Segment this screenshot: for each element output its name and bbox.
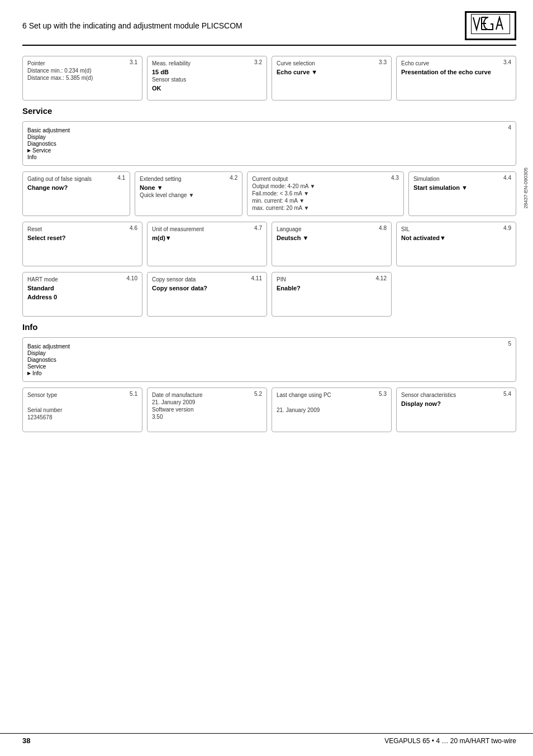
reset-value[interactable]: Select reset? bbox=[27, 235, 137, 241]
echo-curve-number: 3.4 bbox=[503, 59, 511, 65]
sil-number: 4.9 bbox=[503, 225, 511, 231]
simulation-label: Simulation bbox=[413, 176, 440, 182]
sensor-characteristics-value[interactable]: Display now? bbox=[401, 400, 511, 407]
extended-setting-value[interactable]: None ▼ bbox=[140, 184, 237, 191]
unit-measurement-value[interactable]: m(d)▼ bbox=[152, 235, 262, 241]
meas-reliability-number: 3.2 bbox=[254, 59, 262, 65]
curve-selection-label: Curve selection bbox=[277, 60, 315, 66]
page-footer: 38 VEGAPULS 65 • 4 … 20 mA/HART two-wire bbox=[0, 733, 533, 745]
extended-setting-label: Extended setting bbox=[140, 176, 182, 182]
curve-selection-value[interactable]: Echo curve ▼ bbox=[277, 69, 387, 75]
echo-curve-label: Echo curve bbox=[401, 60, 429, 66]
service-menu-list: Basic adjustment Display Diagnostics Ser… bbox=[27, 127, 511, 160]
curve-selection-number: 3.3 bbox=[379, 59, 387, 65]
meas-reliability-label: Meas. reliability bbox=[152, 60, 191, 66]
service-menu-number: 4 bbox=[508, 125, 511, 131]
page-title: 6 Set up with the indicating and adjustm… bbox=[22, 21, 242, 30]
software-version-value: 3.50 bbox=[152, 414, 262, 420]
max-current[interactable]: max. current: 20 mA ▼ bbox=[252, 205, 399, 211]
current-output-label: Current output bbox=[252, 176, 288, 182]
meas-reliability-box: Meas. reliability 3.2 15 dB Sensor statu… bbox=[147, 56, 267, 101]
service-heading: Service bbox=[22, 106, 516, 116]
menu-info[interactable]: Info bbox=[27, 154, 511, 160]
meas-reliability-value: 15 dB bbox=[152, 69, 262, 75]
sil-value[interactable]: Not activated▼ bbox=[401, 235, 511, 241]
info-menu-number: 5 bbox=[508, 341, 511, 347]
hart-mode-address: Address 0 bbox=[27, 294, 137, 300]
pointer-box: Pointer 3.1 Distance min.: 0.234 m(d) Di… bbox=[22, 56, 142, 101]
echo-curve-box: Echo curve 3.4 Presentation of the echo … bbox=[396, 56, 516, 101]
info-menu-basic-adjustment[interactable]: Basic adjustment bbox=[27, 343, 511, 350]
pointer-distance-min: Distance min.: 0.234 m(d) bbox=[27, 68, 137, 74]
copy-sensor-box: Copy sensor data 4.11 Copy sensor data? bbox=[147, 272, 267, 317]
sensor-type-number: 5.1 bbox=[130, 391, 137, 397]
language-number: 4.8 bbox=[379, 225, 387, 231]
menu-display[interactable]: Display bbox=[27, 134, 511, 140]
unit-measurement-label: Unit of measurement bbox=[152, 226, 204, 232]
sensor-type-label: Sensor type bbox=[27, 392, 57, 398]
reset-label: Reset bbox=[27, 226, 42, 232]
current-output-box: Current output 4.3 Output mode: 4-20 mA … bbox=[247, 171, 404, 216]
pointer-distance-max: Distance max.: 5.385 m(d) bbox=[27, 75, 137, 81]
fail-mode[interactable]: Fail.mode: < 3.6 mA ▼ bbox=[252, 190, 399, 197]
sensor-status-label: Sensor status bbox=[152, 76, 262, 83]
copy-sensor-number: 4.11 bbox=[251, 275, 262, 281]
last-change-box: Last change using PC 5.3 21. January 200… bbox=[272, 387, 392, 432]
info-menu-row: 5 Basic adjustment Display Diagnostics S… bbox=[22, 337, 516, 382]
sensor-characteristics-box: Sensor characteristics 5.4 Display now? bbox=[396, 387, 516, 432]
info-menu-diagnostics[interactable]: Diagnostics bbox=[27, 357, 511, 363]
reset-box: Reset 4.6 Select reset? bbox=[22, 222, 142, 266]
date-manufacture-number: 5.2 bbox=[254, 391, 262, 397]
sensor-characteristics-label: Sensor characteristics bbox=[401, 392, 456, 398]
pin-value[interactable]: Enable? bbox=[277, 285, 387, 291]
extended-setting-number: 4.2 bbox=[230, 175, 237, 181]
hart-mode-value[interactable]: Standard bbox=[27, 285, 137, 291]
menu-service[interactable]: Service bbox=[27, 147, 511, 154]
service-row-3: HART mode 4.10 Standard Address 0 Copy s… bbox=[22, 272, 516, 317]
service-menu-box: 4 Basic adjustment Display Diagnostics S… bbox=[22, 121, 516, 166]
pin-number: 4.12 bbox=[376, 275, 387, 281]
serial-number-label: Serial number bbox=[27, 407, 137, 413]
date-manufacture-box: Date of manufacture 5.2 21. January 2009… bbox=[147, 387, 267, 432]
date-manufacture-value: 21. January 2009 bbox=[152, 399, 262, 405]
service-menu-row: 4 Basic adjustment Display Diagnostics S… bbox=[22, 121, 516, 166]
copy-sensor-label: Copy sensor data bbox=[152, 276, 196, 283]
info-menu-info[interactable]: Info bbox=[27, 370, 511, 376]
menu-diagnostics[interactable]: Diagnostics bbox=[27, 141, 511, 147]
gating-label: Gating out of false signals bbox=[27, 176, 92, 182]
output-mode[interactable]: Output mode: 4-20 mA ▼ bbox=[252, 183, 399, 189]
language-box: Language 4.8 Deutsch ▼ bbox=[272, 222, 392, 266]
last-change-number: 5.3 bbox=[379, 391, 387, 397]
extended-setting-sub[interactable]: Quick level change ▼ bbox=[140, 192, 237, 198]
sensor-characteristics-number: 5.4 bbox=[503, 391, 511, 397]
footer-product-name: VEGAPULS 65 • 4 … 20 mA/HART two-wire bbox=[384, 737, 516, 745]
min-current[interactable]: min. current: 4 mA ▼ bbox=[252, 198, 399, 204]
extended-setting-box: Extended setting 4.2 None ▼ Quick level … bbox=[135, 171, 242, 216]
echo-curve-value: Presentation of the echo curve bbox=[401, 69, 511, 75]
info-menu-box: 5 Basic adjustment Display Diagnostics S… bbox=[22, 337, 516, 382]
reset-number: 4.6 bbox=[130, 225, 137, 231]
measurement-row: Pointer 3.1 Distance min.: 0.234 m(d) Di… bbox=[22, 56, 516, 101]
last-change-label: Last change using PC bbox=[277, 392, 331, 398]
info-menu-display[interactable]: Display bbox=[27, 350, 511, 356]
language-value[interactable]: Deutsch ▼ bbox=[277, 235, 387, 241]
info-heading: Info bbox=[22, 322, 516, 332]
sensor-type-box: Sensor type 5.1 Serial number 12345678 bbox=[22, 387, 142, 432]
current-output-number: 4.3 bbox=[391, 175, 399, 181]
page: 6 Set up with the indicating and adjustm… bbox=[0, 0, 533, 756]
sensor-status-value: OK bbox=[152, 85, 262, 92]
copy-sensor-value[interactable]: Copy sensor data? bbox=[152, 285, 262, 291]
gating-value[interactable]: Change now? bbox=[27, 184, 125, 191]
pin-box: PIN 4.12 Enable? bbox=[272, 272, 392, 317]
menu-basic-adjustment[interactable]: Basic adjustment bbox=[27, 127, 511, 133]
info-menu-service[interactable]: Service bbox=[27, 363, 511, 370]
simulation-value[interactable]: Start simulation ▼ bbox=[413, 184, 511, 191]
info-menu-list: Basic adjustment Display Diagnostics Ser… bbox=[27, 343, 511, 376]
language-label: Language bbox=[277, 226, 302, 232]
footer-page-number: 38 bbox=[22, 736, 30, 745]
page-header: 6 Set up with the indicating and adjustm… bbox=[22, 11, 516, 46]
simulation-box: Simulation 4.4 Start simulation ▼ bbox=[408, 171, 516, 216]
pointer-number: 3.1 bbox=[130, 59, 137, 65]
unit-measurement-number: 4.7 bbox=[254, 225, 262, 231]
sil-label: SIL bbox=[401, 226, 410, 232]
